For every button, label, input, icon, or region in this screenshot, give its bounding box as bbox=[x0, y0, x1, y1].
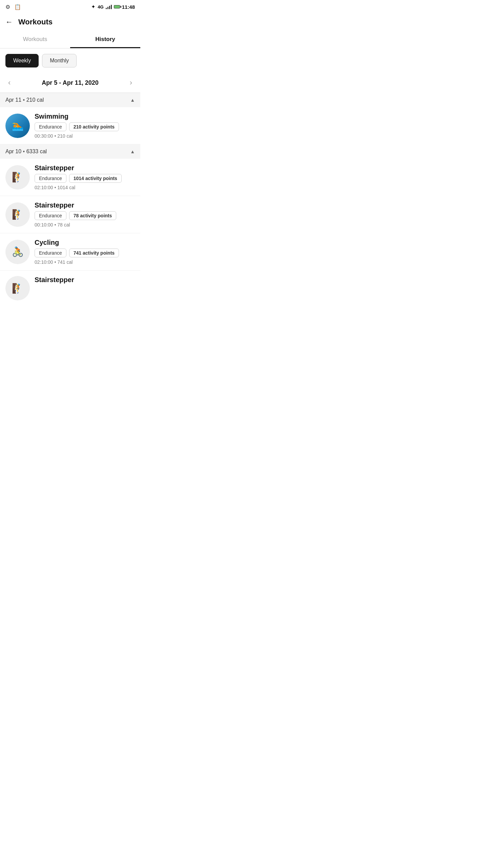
workout-item-stairstepper2[interactable]: 🧗 Stairstepper Endurance 78 activity poi… bbox=[0, 196, 140, 233]
workout-tags-swimming: Endurance 210 activity points bbox=[35, 122, 135, 131]
signal-icon bbox=[106, 4, 112, 9]
workout-name-stairstepper3: Stairstepper bbox=[35, 276, 135, 284]
tag-points-cycling: 741 activity points bbox=[69, 249, 119, 257]
settings-icon: ⚙ bbox=[5, 4, 10, 10]
battery-icon bbox=[114, 5, 120, 8]
workout-tags-stairstepper2: Endurance 78 activity points bbox=[35, 211, 135, 220]
workout-meta-cycling: 02:10:00 • 741 cal bbox=[35, 259, 135, 265]
tag-endurance-swimming: Endurance bbox=[35, 122, 66, 131]
status-bar: ⚙ 📋 ✦ 4G 11:48 bbox=[0, 0, 140, 14]
tag-endurance-stairstepper1: Endurance bbox=[35, 174, 66, 183]
tag-points-swimming: 210 activity points bbox=[69, 122, 119, 131]
back-button[interactable]: ← bbox=[5, 18, 13, 26]
task-icon: 📋 bbox=[14, 4, 21, 10]
status-time: 11:48 bbox=[122, 4, 135, 10]
next-date-button[interactable]: › bbox=[127, 77, 135, 88]
collapse-icon-apr11: ▲ bbox=[130, 97, 135, 103]
tab-workouts[interactable]: Workouts bbox=[0, 31, 70, 48]
workout-tags-cycling: Endurance 741 activity points bbox=[35, 249, 135, 257]
day-section-apr11[interactable]: Apr 11 • 210 cal ▲ bbox=[0, 93, 140, 107]
workout-name-swimming: Swimming bbox=[35, 113, 135, 120]
collapse-icon-apr10: ▲ bbox=[130, 149, 135, 154]
day-section-apr10[interactable]: Apr 10 • 6333 cal ▲ bbox=[0, 144, 140, 159]
status-left-icons: ⚙ 📋 bbox=[5, 4, 21, 10]
day-label-apr11: Apr 11 • 210 cal bbox=[5, 97, 44, 103]
workout-name-cycling: Cycling bbox=[35, 239, 135, 246]
workout-image-stairstepper2: 🧗 bbox=[5, 202, 30, 227]
tag-endurance-cycling: Endurance bbox=[35, 249, 66, 257]
workout-item-stairstepper3-partial[interactable]: 🧗 Stairstepper bbox=[0, 271, 140, 303]
filter-weekly-button[interactable]: Weekly bbox=[5, 54, 39, 67]
page-title: Workouts bbox=[18, 18, 53, 26]
workout-info-swimming: Swimming Endurance 210 activity points 0… bbox=[35, 113, 135, 139]
workout-name-stairstepper1: Stairstepper bbox=[35, 164, 135, 172]
prev-date-button[interactable]: ‹ bbox=[5, 77, 13, 88]
day-label-apr10: Apr 10 • 6333 cal bbox=[5, 149, 47, 155]
workout-info-cycling: Cycling Endurance 741 activity points 02… bbox=[35, 239, 135, 265]
tag-points-stairstepper1: 1014 activity points bbox=[69, 174, 122, 183]
workout-meta-stairstepper2: 00:10:00 • 78 cal bbox=[35, 222, 135, 228]
workout-item-stairstepper1[interactable]: 🧗 Stairstepper Endurance 1014 activity p… bbox=[0, 159, 140, 196]
workout-image-cycling: 🚴 bbox=[5, 240, 30, 264]
workout-name-stairstepper2: Stairstepper bbox=[35, 201, 135, 209]
filter-monthly-button[interactable]: Monthly bbox=[42, 54, 77, 67]
date-range-label: Apr 5 - Apr 11, 2020 bbox=[42, 79, 98, 86]
tab-history[interactable]: History bbox=[70, 31, 140, 48]
tag-points-stairstepper2: 78 activity points bbox=[69, 211, 117, 220]
workout-image-stairstepper1: 🧗 bbox=[5, 165, 30, 190]
workout-image-stairstepper3: 🧗 bbox=[5, 276, 30, 300]
workout-meta-stairstepper1: 02:10:00 • 1014 cal bbox=[35, 185, 135, 190]
workout-tags-stairstepper1: Endurance 1014 activity points bbox=[35, 174, 135, 183]
bluetooth-icon: ✦ bbox=[91, 4, 96, 10]
app-bar: ← Workouts bbox=[0, 14, 140, 31]
status-right-icons: ✦ 4G 11:48 bbox=[91, 4, 135, 10]
workout-info-stairstepper2: Stairstepper Endurance 78 activity point… bbox=[35, 201, 135, 228]
filter-row: Weekly Monthly bbox=[0, 48, 140, 73]
workout-info-stairstepper3: Stairstepper bbox=[35, 276, 135, 286]
tag-endurance-stairstepper2: Endurance bbox=[35, 211, 66, 220]
tab-bar: Workouts History bbox=[0, 31, 140, 48]
workout-meta-swimming: 00:30:00 • 210 cal bbox=[35, 133, 135, 139]
workout-item-cycling[interactable]: 🚴 Cycling Endurance 741 activity points … bbox=[0, 233, 140, 271]
workout-info-stairstepper1: Stairstepper Endurance 1014 activity poi… bbox=[35, 164, 135, 190]
date-navigation: ‹ Apr 5 - Apr 11, 2020 › bbox=[0, 73, 140, 93]
workout-image-swimming: 🏊 bbox=[5, 114, 30, 138]
workout-item-swimming[interactable]: 🏊 Swimming Endurance 210 activity points… bbox=[0, 107, 140, 144]
network-label: 4G bbox=[98, 4, 103, 9]
